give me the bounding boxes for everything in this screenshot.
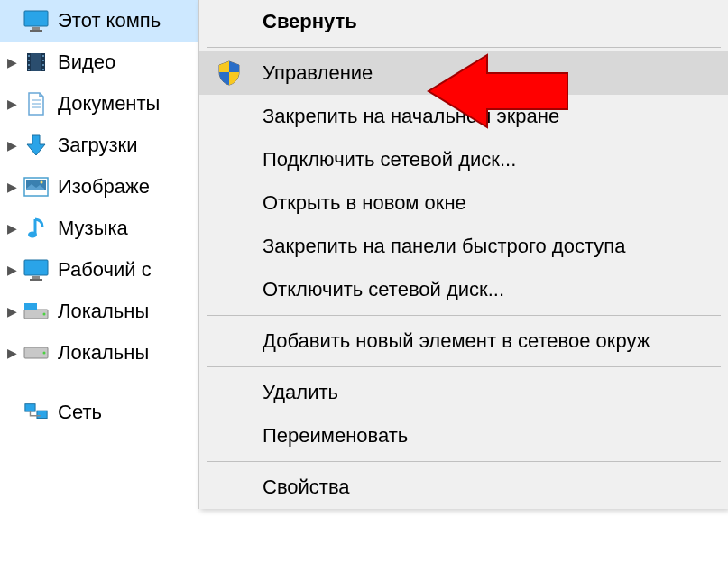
monitor-icon	[23, 8, 49, 33]
svg-rect-11	[42, 60, 44, 61]
tree-label: Этот компь	[58, 9, 161, 32]
chevron-icon: ▶	[4, 221, 20, 236]
svg-rect-7	[28, 60, 30, 61]
menu-label: Свернуть	[263, 10, 357, 33]
menu-label: Управление	[263, 61, 373, 85]
tree-label: Рабочий с	[58, 258, 152, 282]
navigation-tree: ▶ Этот компь ▶ Видео ▶ Документы ▶ Загру…	[0, 0, 207, 433]
svg-rect-0	[24, 11, 48, 26]
menu-separator	[207, 366, 721, 367]
tree-item-downloads[interactable]: ▶ Загрузки	[0, 125, 207, 166]
svg-rect-25	[24, 303, 37, 310]
svg-rect-13	[42, 69, 44, 70]
tree-item-this-pc[interactable]: ▶ Этот компь	[0, 0, 207, 42]
menu-label: Переименовать	[263, 424, 408, 448]
menu-separator	[207, 47, 721, 48]
svg-point-26	[43, 313, 46, 316]
menu-item-pin-start[interactable]: Закрепить на начальном экране	[199, 95, 728, 138]
tree-label: Документы	[58, 92, 160, 116]
menu-item-pin-quick[interactable]: Закрепить на панели быстрого доступа	[199, 225, 728, 268]
chevron-icon: ▶	[4, 97, 20, 111]
menu-item-properties[interactable]: Свойства	[199, 466, 728, 509]
menu-separator	[207, 461, 721, 462]
tree-item-network[interactable]: ▶ Сеть	[0, 392, 207, 433]
tree-label: Изображе	[58, 175, 150, 199]
svg-rect-9	[28, 69, 30, 70]
tree-item-desktop[interactable]: ▶ Рабочий с	[0, 249, 207, 291]
chevron-icon: ▶	[4, 263, 20, 277]
menu-item-manage[interactable]: Управление	[199, 51, 728, 95]
drive-icon	[23, 299, 49, 324]
menu-label: Свойства	[263, 476, 350, 499]
tree-item-local-disk-2[interactable]: ▶ Локальны	[0, 332, 207, 374]
document-icon	[23, 91, 49, 116]
tree-item-music[interactable]: ▶ Музыка	[0, 208, 207, 249]
menu-label: Открыть в новом окне	[263, 191, 466, 215]
chevron-icon: ▶	[4, 304, 20, 319]
chevron-icon: ▶	[4, 138, 20, 153]
drive-icon	[23, 340, 49, 365]
svg-rect-29	[25, 404, 35, 411]
chevron-icon: ▶	[4, 55, 20, 69]
svg-rect-12	[42, 64, 44, 66]
svg-rect-22	[32, 276, 40, 279]
menu-label: Закрепить на панели быстрого доступа	[263, 235, 625, 258]
svg-rect-23	[30, 279, 42, 281]
menu-item-open-new-window[interactable]: Открыть в новом окне	[199, 181, 728, 225]
chevron-icon: ▶	[4, 180, 20, 194]
menu-label: Отключить сетевой диск...	[263, 278, 504, 301]
film-icon	[23, 50, 49, 75]
tree-label: Сеть	[58, 401, 102, 424]
tree-item-documents[interactable]: ▶ Документы	[0, 83, 207, 125]
menu-label: Удалить	[263, 381, 338, 404]
svg-rect-1	[32, 27, 40, 30]
tree-item-pictures[interactable]: ▶ Изображе	[0, 166, 207, 208]
tree-label: Музыка	[58, 217, 128, 240]
menu-item-delete[interactable]: Удалить	[199, 371, 728, 414]
svg-point-28	[43, 352, 46, 355]
menu-item-rename[interactable]: Переименовать	[199, 414, 728, 458]
svg-point-19	[41, 181, 43, 184]
svg-point-20	[28, 232, 37, 238]
menu-label: Подключить сетевой диск...	[263, 148, 516, 171]
svg-rect-21	[24, 260, 48, 275]
tree-label: Загрузки	[58, 134, 138, 157]
download-arrow-icon	[23, 133, 49, 158]
chevron-icon: ▶	[4, 346, 20, 360]
tree-item-videos[interactable]: ▶ Видео	[0, 42, 207, 83]
menu-item-disconnect-drive[interactable]: Отключить сетевой диск...	[199, 268, 728, 311]
tree-label: Локальны	[58, 300, 149, 323]
svg-rect-8	[28, 64, 30, 66]
svg-rect-2	[30, 30, 42, 32]
music-note-icon	[23, 216, 49, 241]
menu-label: Закрепить на начальном экране	[263, 105, 559, 128]
svg-rect-30	[37, 411, 47, 418]
svg-rect-10	[42, 55, 44, 57]
shield-icon	[217, 60, 263, 86]
menu-item-collapse[interactable]: Свернуть	[199, 0, 728, 43]
context-menu: Свернуть Управление Закрепить на начальн…	[198, 0, 728, 509]
menu-item-map-drive[interactable]: Подключить сетевой диск...	[199, 138, 728, 181]
menu-item-add-network-location[interactable]: Добавить новый элемент в сетевое окруж	[199, 319, 728, 363]
menu-label: Добавить новый элемент в сетевое окруж	[263, 329, 650, 353]
tree-item-local-disk-1[interactable]: ▶ Локальны	[0, 291, 207, 332]
svg-rect-6	[28, 55, 30, 57]
desktop-icon	[23, 257, 49, 282]
network-icon	[23, 400, 49, 425]
tree-label: Видео	[58, 51, 115, 74]
picture-icon	[23, 174, 49, 199]
tree-label: Локальны	[58, 341, 149, 365]
menu-separator	[207, 315, 721, 316]
